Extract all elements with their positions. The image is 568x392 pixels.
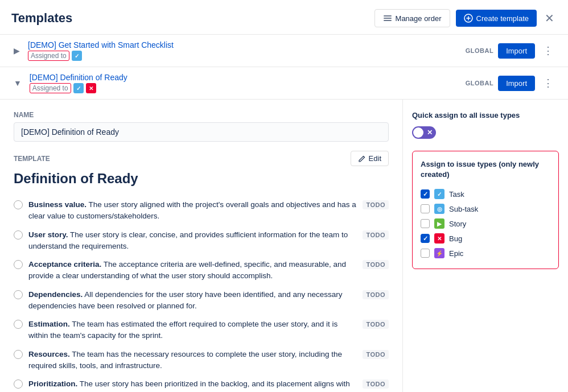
more-button-2[interactable]: ⋮ bbox=[540, 75, 557, 92]
toggle-x-icon: ✕ bbox=[426, 129, 434, 137]
template-detail: Name Template Edit Definition of Ready B… bbox=[0, 100, 403, 392]
template-row-2: ▼ [DEMO] Definition of Ready Assigned to… bbox=[0, 67, 568, 99]
template-item-1: ▶ [DEMO] Get Started with Smart Checklis… bbox=[0, 35, 568, 67]
expanded-content: Name Template Edit Definition of Ready B… bbox=[0, 99, 568, 392]
template-section-header: Template Edit bbox=[14, 151, 389, 166]
checklist-item-6: Prioritization. The user story has been … bbox=[14, 375, 389, 392]
assigned-to-1: Assigned to ✓ bbox=[28, 51, 460, 61]
issue-type-row-4: ⚡ Epic bbox=[421, 246, 550, 261]
checklist-items: Business value. The user story aligned w… bbox=[14, 196, 389, 392]
assign-box: Assign to issue types (only newly create… bbox=[412, 151, 559, 269]
checklist-text-3: Dependencies. All dependencies for the u… bbox=[28, 289, 357, 312]
checklist-check-2[interactable] bbox=[14, 260, 23, 269]
issue-type-icon-4: ⚡ bbox=[434, 248, 444, 258]
issue-type-name-1: Sub-task bbox=[449, 205, 478, 213]
checklist-title: Definition of Ready bbox=[14, 171, 389, 187]
checklist-check-1[interactable] bbox=[14, 230, 23, 240]
todo-badge-5: TODO bbox=[363, 350, 389, 359]
svg-rect-2 bbox=[384, 20, 392, 21]
issue-type-icon-0: ✓ bbox=[434, 189, 444, 199]
import-button-1[interactable]: Import bbox=[498, 43, 535, 59]
issue-type-row-1: ◎ Sub-task bbox=[421, 201, 550, 216]
name-field-input[interactable] bbox=[14, 122, 389, 142]
template-row-1: ▶ [DEMO] Get Started with Smart Checklis… bbox=[0, 35, 568, 67]
manage-order-button[interactable]: Manage order bbox=[374, 9, 450, 27]
issue-checkbox-0[interactable] bbox=[421, 189, 430, 199]
header: Templates Manage order Create template ✕ bbox=[0, 0, 568, 35]
template-actions-1: GLOBAL Import ⋮ bbox=[466, 42, 557, 59]
quick-assign-title: Quick assign to all issue types bbox=[412, 111, 559, 119]
assign-box-title: Assign to issue types (only newly create… bbox=[421, 159, 550, 180]
issue-types-list: ✓ Task ◎ Sub-task ▶ Story ✕ Bug ⚡ Epic bbox=[421, 187, 550, 261]
issue-checkbox-2[interactable] bbox=[421, 219, 430, 228]
task-icon-2: ✓ bbox=[73, 83, 84, 93]
checklist-item-4: Estimation. The team has estimated the e… bbox=[14, 315, 389, 345]
task-icon-1: ✓ bbox=[72, 51, 82, 61]
edit-icon bbox=[358, 155, 366, 163]
assigned-to-2: Assigned to ✓ ✕ bbox=[30, 83, 460, 93]
checklist-check-0[interactable] bbox=[14, 200, 23, 209]
issue-type-row-2: ▶ Story bbox=[421, 216, 550, 231]
todo-badge-3: TODO bbox=[363, 290, 389, 299]
issue-type-icon-3: ✕ bbox=[434, 233, 444, 244]
issue-type-row-3: ✕ Bug bbox=[421, 231, 550, 246]
issue-type-name-0: Task bbox=[449, 190, 464, 199]
assigned-label-1: Assigned to bbox=[28, 51, 69, 61]
more-button-1[interactable]: ⋮ bbox=[540, 42, 557, 59]
issue-checkbox-1[interactable] bbox=[421, 204, 430, 213]
toggle-container: ✕ bbox=[412, 126, 559, 139]
issue-type-row-0: ✓ Task bbox=[421, 187, 550, 201]
checklist-item-2: Acceptance criteria. The acceptance crit… bbox=[14, 255, 389, 286]
global-badge-1: GLOBAL bbox=[466, 47, 493, 54]
todo-badge-1: TODO bbox=[363, 230, 389, 240]
checklist-text-2: Acceptance criteria. The acceptance crit… bbox=[28, 259, 357, 282]
checklist-check-3[interactable] bbox=[14, 290, 23, 299]
checklist-text-1: User story. The user story is clear, con… bbox=[28, 229, 357, 253]
checklist-item-5: Resources. The team has the necessary re… bbox=[14, 345, 389, 376]
quick-assign-toggle[interactable]: ✕ bbox=[412, 126, 436, 139]
header-actions: Manage order Create template ✕ bbox=[374, 9, 557, 27]
checklist-check-5[interactable] bbox=[14, 350, 23, 359]
template-name-1[interactable]: [DEMO] Get Started with Smart Checklist bbox=[28, 40, 460, 49]
checklist-text-0: Business value. The user story aligned w… bbox=[28, 199, 357, 222]
checklist-item-1: User story. The user story is clear, con… bbox=[14, 226, 389, 256]
todo-badge-4: TODO bbox=[363, 320, 389, 329]
right-panel: Quick assign to all issue types ✕ Assign… bbox=[403, 100, 568, 392]
issue-type-name-4: Epic bbox=[449, 249, 463, 258]
close-button[interactable]: ✕ bbox=[542, 9, 557, 27]
bug-icon-2: ✕ bbox=[86, 83, 96, 93]
page-title: Templates bbox=[11, 11, 72, 26]
checklist-check-6[interactable] bbox=[14, 379, 23, 389]
issue-type-name-3: Bug bbox=[449, 234, 462, 243]
issue-checkbox-4[interactable] bbox=[421, 249, 430, 258]
create-template-button[interactable]: Create template bbox=[456, 10, 537, 27]
global-badge-2: GLOBAL bbox=[466, 80, 493, 86]
template-info-2: [DEMO] Definition of Ready Assigned to ✓… bbox=[30, 73, 460, 93]
checklist-text-4: Estimation. The team has estimated the e… bbox=[28, 319, 357, 342]
expand-button-2[interactable]: ▼ bbox=[11, 76, 24, 90]
import-button-2[interactable]: Import bbox=[498, 76, 535, 91]
template-name-2[interactable]: [DEMO] Definition of Ready bbox=[30, 73, 460, 82]
todo-badge-2: TODO bbox=[363, 260, 389, 269]
template-list: ▶ [DEMO] Get Started with Smart Checklis… bbox=[0, 35, 568, 392]
template-info-1: [DEMO] Get Started with Smart Checklist … bbox=[28, 40, 460, 61]
todo-badge-0: TODO bbox=[363, 200, 389, 209]
list-icon bbox=[383, 14, 392, 23]
checklist-check-4[interactable] bbox=[14, 320, 23, 329]
assigned-label-2: Assigned to bbox=[30, 83, 71, 93]
issue-type-icon-2: ▶ bbox=[434, 218, 444, 229]
expand-button-1[interactable]: ▶ bbox=[11, 44, 22, 57]
template-actions-2: GLOBAL Import ⋮ bbox=[466, 75, 557, 92]
template-field-label: Template bbox=[14, 155, 50, 163]
checklist-text-6: Prioritization. The user story has been … bbox=[28, 378, 357, 392]
template-item-2: ▼ [DEMO] Definition of Ready Assigned to… bbox=[0, 67, 568, 392]
edit-button[interactable]: Edit bbox=[351, 151, 389, 166]
issue-type-name-2: Story bbox=[449, 220, 466, 228]
checklist-item-3: Dependencies. All dependencies for the u… bbox=[14, 286, 389, 316]
issue-checkbox-3[interactable] bbox=[421, 234, 430, 243]
checklist-text-5: Resources. The team has the necessary re… bbox=[28, 349, 357, 372]
svg-rect-0 bbox=[384, 15, 392, 16]
name-field-label: Name bbox=[14, 111, 389, 119]
issue-type-icon-1: ◎ bbox=[434, 204, 444, 214]
plus-circle-icon bbox=[464, 14, 473, 23]
